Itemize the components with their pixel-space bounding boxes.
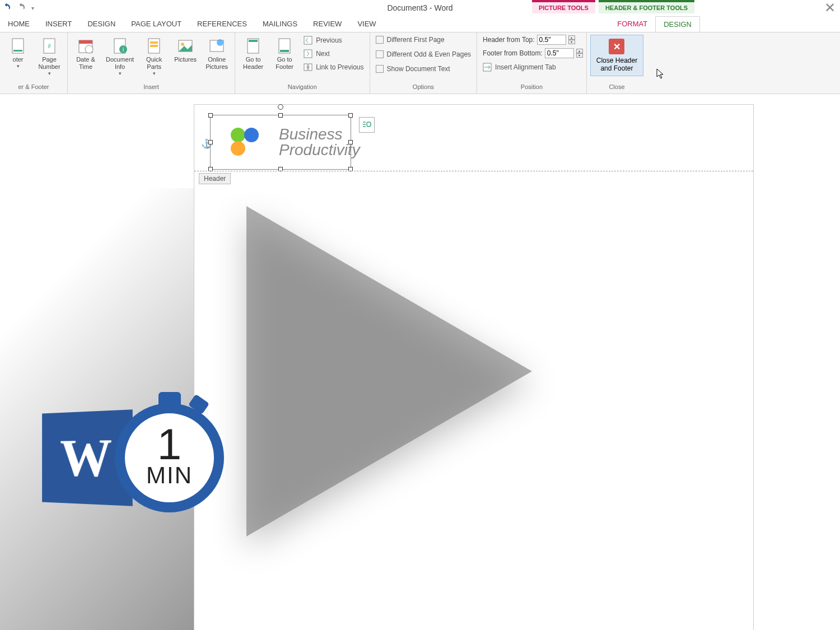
dropdown-icon: ▾: [17, 63, 20, 69]
next-icon: [304, 49, 312, 58]
link-previous-button[interactable]: Link to Previous: [301, 62, 366, 73]
document-info-button[interactable]: i Document Info ▾: [102, 35, 137, 78]
picture-tools-context: PICTURE TOOLS: [532, 0, 595, 13]
previous-icon: [304, 36, 312, 45]
alignment-tab-icon: [483, 63, 492, 72]
tab-format[interactable]: FORMAT: [609, 16, 655, 31]
footer-icon: [9, 37, 27, 55]
window-close-icon[interactable]: ✕: [824, 0, 836, 16]
logo-text: Business Productivity: [279, 127, 360, 158]
svg-rect-12: [150, 45, 158, 47]
redo-icon[interactable]: [17, 2, 26, 13]
footer-bottom-label: Footer from Bottom:: [483, 49, 543, 57]
goto-footer-icon: [276, 37, 293, 55]
header-tag: Header: [199, 173, 231, 184]
quick-parts-button[interactable]: Quick Parts ▾: [139, 35, 169, 78]
dropdown-icon: ▾: [48, 71, 51, 76]
footer-button[interactable]: oter ▾: [3, 35, 32, 71]
svg-rect-22: [304, 50, 312, 58]
spinner[interactable]: ▴▾: [576, 49, 583, 58]
play-icon[interactable]: [246, 206, 532, 536]
spinner[interactable]: ▴▾: [568, 35, 575, 44]
svg-text:#: #: [48, 43, 51, 49]
tab-insert[interactable]: INSERT: [38, 16, 80, 31]
goto-header-icon: [244, 37, 262, 55]
header-boundary: [194, 171, 753, 171]
svg-point-14: [181, 43, 184, 46]
group-header-footer: er & Footer: [3, 82, 64, 91]
resize-handle-nw[interactable]: [208, 113, 213, 118]
svg-rect-28: [367, 122, 371, 127]
tab-references[interactable]: REFERENCES: [189, 16, 255, 31]
tab-design[interactable]: DESIGN: [80, 16, 123, 31]
svg-rect-5: [79, 40, 92, 44]
show-document-text-checkbox[interactable]: Show Document Text: [374, 64, 474, 74]
resize-handle-n[interactable]: [278, 113, 283, 118]
group-position: Position: [480, 82, 583, 91]
page-number-icon: #: [40, 37, 58, 55]
svg-rect-20: [280, 50, 289, 52]
goto-header-button[interactable]: Go to Header: [239, 35, 268, 73]
dropdown-icon: ▾: [153, 71, 156, 76]
stopwatch-icon: 1 MIN: [115, 403, 224, 512]
svg-rect-18: [249, 40, 258, 42]
group-options: Options: [374, 82, 474, 91]
ribbon-tabs: HOME INSERT DESIGN PAGE LAYOUT REFERENCE…: [0, 16, 840, 32]
undo-icon[interactable]: [2, 2, 11, 13]
tab-hf-design[interactable]: DESIGN: [655, 16, 700, 32]
checkbox-icon: [376, 65, 384, 73]
svg-point-6: [85, 45, 93, 53]
date-time-button[interactable]: Date & Time: [71, 35, 100, 73]
header-footer-tools-context: HEADER & FOOTER TOOLS: [599, 0, 694, 13]
tab-mailings[interactable]: MAILINGS: [255, 16, 305, 31]
selected-picture[interactable]: Business Productivity: [210, 115, 351, 170]
quick-parts-icon: [145, 37, 163, 55]
checkbox-icon: [376, 50, 384, 58]
online-pictures-button[interactable]: Online Pictures: [202, 35, 231, 73]
calendar-icon: [77, 37, 95, 55]
svg-text:i: i: [123, 46, 124, 53]
next-button[interactable]: Next: [301, 48, 366, 59]
group-close: Close: [590, 82, 643, 91]
ribbon: oter ▾ # Page Number ▾ er & Footer Date …: [0, 32, 840, 94]
tab-review[interactable]: REVIEW: [305, 16, 349, 31]
page-number-button[interactable]: # Page Number ▾: [35, 35, 64, 78]
pictures-icon: [176, 37, 194, 55]
insert-alignment-tab-button[interactable]: Insert Alignment Tab: [480, 62, 583, 73]
header-top-label: Header from Top:: [483, 36, 535, 44]
svg-point-16: [217, 39, 223, 46]
tab-page-layout[interactable]: PAGE LAYOUT: [123, 16, 189, 31]
different-odd-even-checkbox[interactable]: Different Odd & Even Pages: [374, 49, 474, 59]
previous-button[interactable]: Previous: [301, 35, 366, 46]
resize-handle-ne[interactable]: [348, 113, 353, 118]
goto-footer-button[interactable]: Go to Footer: [270, 35, 299, 73]
layout-options-button[interactable]: [359, 117, 375, 133]
svg-rect-1: [13, 50, 22, 52]
dropdown-icon: ▾: [119, 71, 122, 76]
document-title: Document3 - Word: [387, 3, 452, 12]
logo-image: [231, 128, 259, 158]
link-icon: [304, 63, 312, 72]
document-canvas: Business Productivity ⚓ Header: [0, 94, 840, 630]
anchor-icon[interactable]: ⚓: [201, 138, 212, 149]
rotation-handle[interactable]: [278, 104, 283, 110]
word-1min-badge: W 1 MIN: [39, 403, 224, 512]
svg-rect-11: [150, 41, 158, 44]
tab-home[interactable]: HOME: [0, 16, 38, 31]
pictures-button[interactable]: Pictures: [171, 35, 200, 66]
cursor-icon: [656, 68, 664, 80]
group-navigation: Navigation: [239, 82, 366, 91]
close-x-icon: ✕: [609, 39, 624, 54]
qat-dropdown-icon[interactable]: ▾: [31, 5, 34, 11]
layout-options-icon: [362, 120, 372, 130]
tab-view[interactable]: VIEW: [349, 16, 384, 31]
footer-bottom-input[interactable]: [545, 48, 574, 58]
close-header-footer-button[interactable]: ✕ Close Header and Footer: [590, 35, 643, 76]
group-insert: Insert: [71, 82, 231, 91]
different-first-page-checkbox[interactable]: Different First Page: [374, 35, 474, 45]
online-pictures-icon: [208, 37, 226, 55]
checkbox-icon: [376, 36, 384, 44]
header-top-input[interactable]: [537, 35, 566, 45]
svg-rect-21: [304, 36, 312, 44]
document-info-icon: i: [111, 37, 129, 55]
